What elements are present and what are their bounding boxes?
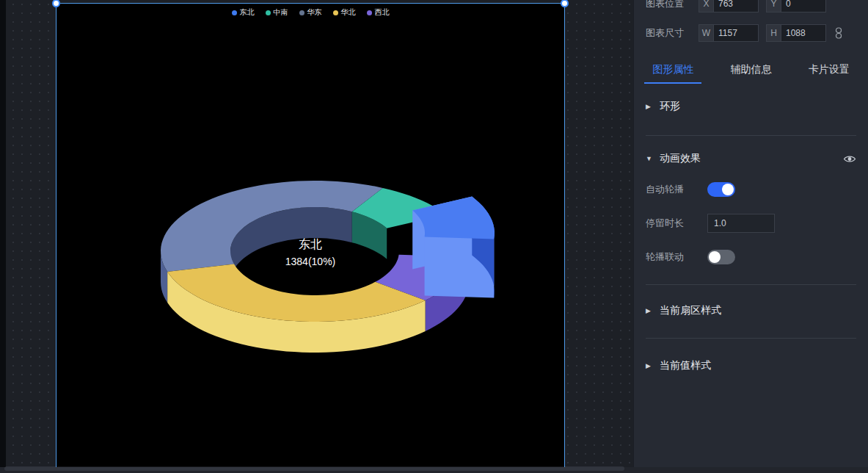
section-current-sector-header[interactable]: ▶ 当前扇区样式 bbox=[646, 304, 856, 317]
section-current-sector-style: ▶ 当前扇区样式 bbox=[646, 285, 856, 339]
triangle-right-icon: ▶ bbox=[646, 362, 653, 369]
auto-carousel-label: 自动轮播 bbox=[646, 183, 707, 196]
panel-tabs: 图形属性 辅助信息 卡片设置 bbox=[634, 56, 868, 84]
eye-icon[interactable] bbox=[843, 154, 856, 164]
properties-panel: 图表位置 X Y 图表尺寸 W H 图形属性 辅助信息 卡片设置 bbox=[633, 0, 868, 473]
chart-size-row: 图表尺寸 W H bbox=[646, 24, 856, 43]
auto-carousel-row: 自动轮播 bbox=[646, 180, 856, 199]
legend-label: 华北 bbox=[341, 7, 356, 18]
triangle-right-icon: ▶ bbox=[646, 103, 653, 110]
chart-legend: 东北中南华东华北西北 bbox=[56, 7, 564, 18]
legend-item[interactable]: 华北 bbox=[333, 7, 356, 18]
position-x-input[interactable] bbox=[713, 0, 759, 12]
legend-dot-icon bbox=[266, 10, 271, 15]
selection-handle-top-right[interactable] bbox=[561, 0, 569, 7]
section-current-sector-title: 当前扇区样式 bbox=[660, 304, 721, 317]
chart-position-row: 图表位置 X Y bbox=[646, 0, 856, 12]
tab-auxiliary-info[interactable]: 辅助信息 bbox=[712, 56, 789, 84]
section-animation-header[interactable]: ▼ 动画效果 bbox=[646, 152, 856, 165]
aspect-link-icon[interactable] bbox=[835, 27, 842, 39]
donut-center-label: 东北 1384(10%) bbox=[56, 237, 564, 270]
section-current-value-title: 当前值样式 bbox=[660, 359, 711, 372]
carousel-linkage-label: 轮播联动 bbox=[646, 250, 707, 264]
dwell-time-row: 停留时长 bbox=[646, 214, 856, 233]
x-prefix-label: X bbox=[699, 0, 713, 12]
section-animation: ▼ 动画效果 自动轮播 停留时长 轮播联动 bbox=[646, 136, 856, 285]
dwell-time-input[interactable] bbox=[707, 214, 775, 233]
section-current-value-header[interactable]: ▶ 当前值样式 bbox=[646, 359, 856, 372]
chart-size-label: 图表尺寸 bbox=[646, 26, 699, 40]
triangle-right-icon: ▶ bbox=[646, 307, 653, 314]
left-edge-strip bbox=[0, 0, 6, 473]
legend-label: 华东 bbox=[307, 7, 322, 18]
legend-label: 西北 bbox=[375, 7, 390, 18]
h-prefix-label: H bbox=[766, 24, 781, 42]
legend-item[interactable]: 西北 bbox=[367, 7, 390, 18]
canvas-workspace: 东北中南华东华北西北 东北 1384(10%) bbox=[0, 0, 633, 473]
legend-dot-icon bbox=[299, 10, 304, 15]
tab-graphic-properties[interactable]: 图形属性 bbox=[634, 56, 712, 84]
toggle-knob bbox=[709, 251, 721, 263]
legend-label: 东北 bbox=[240, 7, 255, 18]
auto-carousel-toggle[interactable] bbox=[707, 182, 735, 197]
carousel-linkage-toggle[interactable] bbox=[707, 250, 735, 264]
size-h-group: H bbox=[766, 24, 826, 42]
position-x-group: X bbox=[699, 0, 759, 12]
legend-item[interactable]: 中南 bbox=[266, 7, 288, 18]
section-ring-header[interactable]: ▶ 环形 bbox=[646, 100, 856, 113]
position-y-group: Y bbox=[766, 0, 826, 12]
section-ring: ▶ 环形 bbox=[646, 84, 856, 136]
dwell-time-label: 停留时长 bbox=[646, 217, 707, 230]
section-current-value-style: ▶ 当前值样式 bbox=[646, 339, 856, 372]
legend-dot-icon bbox=[232, 10, 237, 15]
carousel-linkage-row: 轮播联动 bbox=[646, 248, 856, 267]
size-h-input[interactable] bbox=[781, 24, 826, 42]
tab-card-settings[interactable]: 卡片设置 bbox=[790, 56, 868, 84]
position-y-input[interactable] bbox=[781, 0, 826, 12]
center-label-value: 1384(10%) bbox=[56, 253, 564, 270]
legend-item[interactable]: 东北 bbox=[232, 7, 255, 18]
section-ring-title: 环形 bbox=[660, 100, 680, 113]
center-label-name: 东北 bbox=[56, 237, 564, 252]
section-animation-title: 动画效果 bbox=[660, 152, 701, 165]
w-prefix-label: W bbox=[699, 24, 713, 42]
size-w-input[interactable] bbox=[713, 24, 759, 42]
horizontal-scrollbar-track[interactable] bbox=[4, 466, 624, 471]
y-prefix-label: Y bbox=[766, 0, 781, 12]
size-w-group: W bbox=[699, 24, 759, 42]
chart-card[interactable]: 东北中南华东华北西北 东北 1384(10%) bbox=[56, 3, 565, 473]
chart-position-label: 图表位置 bbox=[646, 0, 699, 10]
triangle-down-icon: ▼ bbox=[646, 155, 653, 162]
legend-label: 中南 bbox=[274, 7, 288, 18]
legend-dot-icon bbox=[333, 10, 338, 15]
legend-dot-icon bbox=[367, 10, 372, 15]
toggle-knob bbox=[722, 184, 734, 195]
legend-item[interactable]: 华东 bbox=[299, 7, 322, 18]
